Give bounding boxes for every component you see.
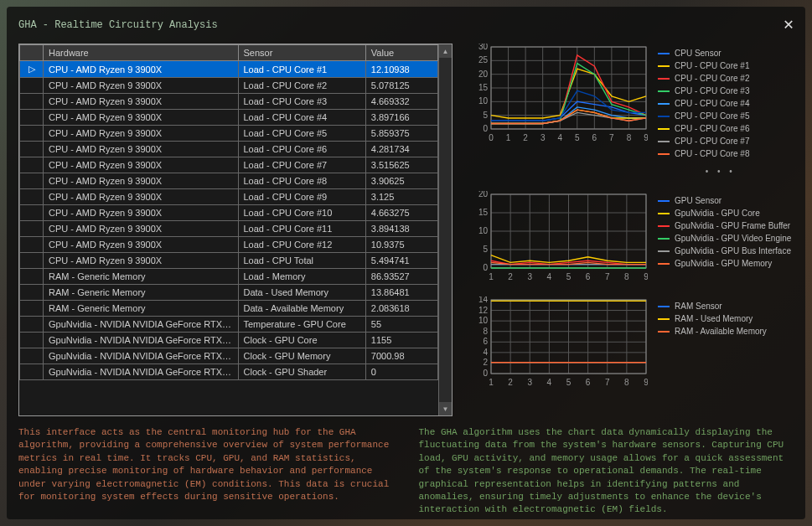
col-hardware[interactable]: Hardware xyxy=(44,45,238,61)
svg-text:2: 2 xyxy=(483,358,488,367)
svg-text:8: 8 xyxy=(624,378,629,387)
legend-label: RAM - Used Memory xyxy=(675,312,753,325)
legend-swatch-icon xyxy=(658,116,670,117)
legend-item: CPU - CPU Core #2 xyxy=(658,72,749,85)
legend-swatch-icon xyxy=(658,103,670,105)
table-row[interactable]: GpuNvidia - NVIDIA NVIDIA GeForce RTX 20… xyxy=(20,317,438,333)
cell-hardware: CPU - AMD Ryzen 9 3900X xyxy=(44,205,238,221)
legend-item: CPU - CPU Core #4 xyxy=(658,97,749,110)
legend-item: GpuNvidia - GPU Bus Interface xyxy=(658,245,791,257)
cell-value: 4.281734 xyxy=(365,142,437,157)
cell-value: 1155 xyxy=(365,333,437,348)
legend-item: GpuNvidia - GPU Video Engine xyxy=(658,232,791,245)
legend-swatch-icon xyxy=(658,128,670,130)
legend-label: CPU Sensor xyxy=(675,47,721,59)
table-row[interactable]: CPU - AMD Ryzen 9 3900XLoad - CPU Core #… xyxy=(20,221,438,237)
cell-sensor: Data - Used Memory xyxy=(238,285,365,301)
chart-block-0: 0510152025300123456789CPU SensorCPU - CP… xyxy=(468,44,794,178)
cell-value: 5.078125 xyxy=(365,78,437,94)
table-row[interactable]: CPU - AMD Ryzen 9 3900XLoad - CPU Core #… xyxy=(20,78,438,94)
legend-item: GPU Sensor xyxy=(658,194,791,207)
table-row[interactable]: CPU - AMD Ryzen 9 3900XLoad - CPU Core #… xyxy=(20,205,438,221)
svg-text:5: 5 xyxy=(566,378,572,387)
cell-hardware: CPU - AMD Ryzen 9 3900X xyxy=(44,189,238,205)
legend-swatch-icon xyxy=(658,318,670,320)
col-marker[interactable] xyxy=(20,45,44,61)
legend-swatch-icon xyxy=(658,141,670,142)
legend-item: RAM - Available Memory xyxy=(658,325,767,338)
legend-item: RAM - Used Memory xyxy=(658,312,767,325)
cell-value: 5.494741 xyxy=(365,253,437,269)
table-row[interactable]: CPU - AMD Ryzen 9 3900XLoad - CPU Core #… xyxy=(20,94,438,110)
legend-item: CPU - CPU Core #6 xyxy=(658,122,749,135)
col-value[interactable]: Value xyxy=(365,45,437,61)
svg-text:4: 4 xyxy=(547,378,552,387)
row-marker xyxy=(20,142,44,157)
cell-hardware: CPU - AMD Ryzen 9 3900X xyxy=(44,221,238,237)
legend-swatch-icon xyxy=(658,213,670,214)
table-row[interactable]: CPU - AMD Ryzen 9 3900XLoad - CPU Core #… xyxy=(20,157,438,173)
table-row[interactable]: CPU - AMD Ryzen 9 3900XLoad - CPU Core #… xyxy=(20,110,438,126)
table-row[interactable]: GpuNvidia - NVIDIA NVIDIA GeForce RTX 20… xyxy=(20,364,438,380)
svg-text:25: 25 xyxy=(478,55,489,64)
row-marker xyxy=(20,269,44,285)
col-sensor[interactable]: Sensor xyxy=(238,45,365,61)
table-row[interactable]: CPU - AMD Ryzen 9 3900XLoad - CPU Core #… xyxy=(20,173,438,189)
cell-sensor: Load - CPU Core #9 xyxy=(238,189,365,205)
svg-text:5: 5 xyxy=(575,133,580,142)
table-row[interactable]: CPU - AMD Ryzen 9 3900XLoad - CPU Core #… xyxy=(20,126,438,142)
scroll-down-icon[interactable]: ▼ xyxy=(439,402,452,415)
cell-hardware: CPU - AMD Ryzen 9 3900X xyxy=(44,253,238,269)
window-title: GHA - Realtime Circuitry Analysis xyxy=(18,19,218,31)
app-window: GHA - Realtime Circuitry Analysis ✕ Hard… xyxy=(7,7,805,519)
cell-hardware: GpuNvidia - NVIDIA NVIDIA GeForce RTX 20… xyxy=(44,364,238,380)
row-marker xyxy=(20,333,44,348)
table-scrollbar[interactable]: ▲ ▼ xyxy=(438,44,452,415)
sensor-table: Hardware Sensor Value ▷CPU - AMD Ryzen 9… xyxy=(19,44,438,380)
table-row[interactable]: CPU - AMD Ryzen 9 3900XLoad - CPU Core #… xyxy=(20,142,438,157)
legend-label: CPU - CPU Core #6 xyxy=(675,122,749,135)
scroll-up-icon[interactable]: ▲ xyxy=(439,44,452,58)
row-marker xyxy=(20,221,44,237)
table-row[interactable]: CPU - AMD Ryzen 9 3900XLoad - CPU Core #… xyxy=(20,237,438,253)
sensor-table-body[interactable]: Hardware Sensor Value ▷CPU - AMD Ryzen 9… xyxy=(19,44,438,415)
table-row[interactable]: GpuNvidia - NVIDIA NVIDIA GeForce RTX 20… xyxy=(20,333,438,348)
table-row[interactable]: RAM - Generic MemoryData - Used Memory13… xyxy=(20,285,438,301)
titlebar: GHA - Realtime Circuitry Analysis ✕ xyxy=(18,17,794,34)
legend-item: CPU - CPU Core #8 xyxy=(658,147,749,160)
cell-hardware: CPU - AMD Ryzen 9 3900X xyxy=(44,61,238,78)
table-row[interactable]: ▷CPU - AMD Ryzen 9 3900XLoad - CPU Core … xyxy=(20,61,438,78)
cell-value: 3.90625 xyxy=(365,173,437,189)
row-marker xyxy=(20,317,44,333)
table-row[interactable]: GpuNvidia - NVIDIA NVIDIA GeForce RTX 20… xyxy=(20,348,438,364)
legend-label: CPU - CPU Core #4 xyxy=(675,97,749,110)
cell-sensor: Load - CPU Core #7 xyxy=(238,157,365,173)
cell-sensor: Clock - GPU Memory xyxy=(238,348,365,364)
close-icon[interactable]: ✕ xyxy=(784,17,794,34)
legend-more-icon[interactable]: • • • xyxy=(691,165,749,178)
legend-item: GpuNvidia - GPU Memory xyxy=(658,257,791,270)
legend-label: CPU - CPU Core #2 xyxy=(675,72,749,85)
svg-text:2: 2 xyxy=(523,133,528,142)
cell-sensor: Load - CPU Core #2 xyxy=(238,78,365,94)
row-marker xyxy=(20,173,44,189)
chart-legend-1: GPU SensorGpuNvidia - GPU CoreGpuNvidia … xyxy=(658,191,791,283)
legend-item: CPU - CPU Core #7 xyxy=(658,135,749,147)
svg-text:20: 20 xyxy=(478,191,489,199)
legend-label: RAM - Available Memory xyxy=(675,325,767,338)
legend-swatch-icon xyxy=(658,306,670,307)
cell-hardware: CPU - AMD Ryzen 9 3900X xyxy=(44,94,238,110)
table-row[interactable]: CPU - AMD Ryzen 9 3900XLoad - CPU Total5… xyxy=(20,253,438,269)
legend-label: GpuNvidia - GPU Video Engine xyxy=(675,232,791,245)
table-row[interactable]: RAM - Generic MemoryLoad - Memory86.9352… xyxy=(20,269,438,285)
cell-value: 86.93527 xyxy=(365,269,437,285)
cell-hardware: CPU - AMD Ryzen 9 3900X xyxy=(44,237,238,253)
legend-swatch-icon xyxy=(658,200,670,202)
table-row[interactable]: RAM - Generic MemoryData - Available Mem… xyxy=(20,301,438,317)
cell-hardware: RAM - Generic Memory xyxy=(44,301,238,317)
table-row[interactable]: CPU - AMD Ryzen 9 3900XLoad - CPU Core #… xyxy=(20,189,438,205)
cell-value: 10.9375 xyxy=(365,237,437,253)
legend-item: CPU - CPU Core #1 xyxy=(658,59,749,72)
cell-value: 3.515625 xyxy=(365,157,437,173)
legend-swatch-icon xyxy=(658,238,670,240)
